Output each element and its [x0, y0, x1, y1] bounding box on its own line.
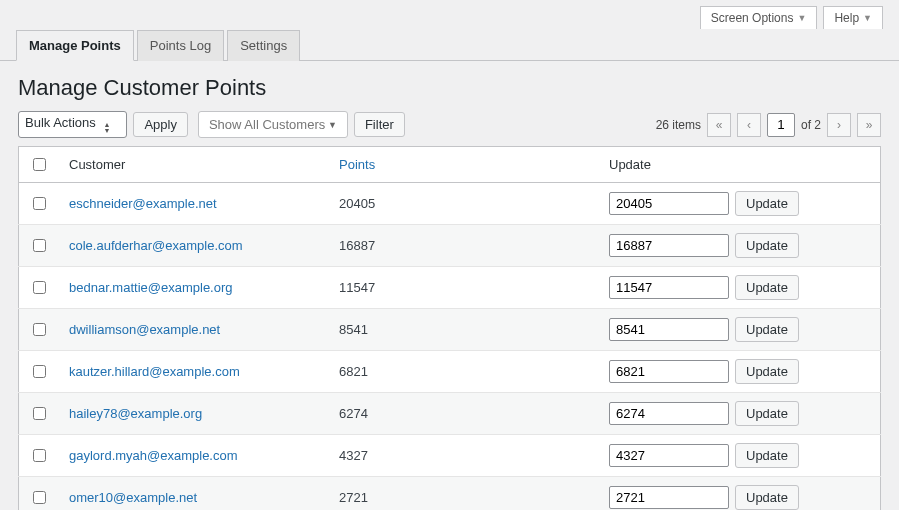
customer-link[interactable]: eschneider@example.net [69, 196, 217, 211]
update-button[interactable]: Update [735, 317, 799, 342]
customer-filter-label: Show All Customers [209, 117, 325, 132]
page-title: Manage Customer Points [0, 61, 899, 111]
select-all-checkbox[interactable] [33, 158, 46, 171]
points-value: 11547 [329, 267, 599, 309]
row-checkbox[interactable] [33, 323, 46, 336]
help-label: Help [834, 11, 859, 25]
tab-points-log[interactable]: Points Log [137, 30, 224, 61]
apply-button[interactable]: Apply [133, 112, 188, 137]
screen-options-button[interactable]: Screen Options ▼ [700, 6, 818, 29]
bulk-actions-label: Bulk Actions [25, 115, 96, 130]
table-row: hailey78@example.org6274Update [19, 393, 881, 435]
current-page-input[interactable] [767, 113, 795, 137]
help-button[interactable]: Help ▼ [823, 6, 883, 29]
points-input[interactable] [609, 486, 729, 509]
points-input[interactable] [609, 318, 729, 341]
customer-link[interactable]: cole.aufderhar@example.com [69, 238, 243, 253]
table-row: eschneider@example.net20405Update [19, 183, 881, 225]
next-page-button[interactable]: › [827, 113, 851, 137]
points-value: 6821 [329, 351, 599, 393]
points-input[interactable] [609, 402, 729, 425]
points-input[interactable] [609, 234, 729, 257]
chevron-down-icon: ▼ [863, 13, 872, 23]
update-button[interactable]: Update [735, 275, 799, 300]
column-header-points[interactable]: Points [339, 157, 375, 172]
update-button[interactable]: Update [735, 485, 799, 510]
column-header-customer[interactable]: Customer [59, 147, 329, 183]
row-checkbox[interactable] [33, 491, 46, 504]
points-value: 2721 [329, 477, 599, 511]
row-checkbox[interactable] [33, 239, 46, 252]
items-count: 26 items [656, 118, 701, 132]
customer-link[interactable]: kautzer.hillard@example.com [69, 364, 240, 379]
points-value: 8541 [329, 309, 599, 351]
customer-link[interactable]: gaylord.myah@example.com [69, 448, 238, 463]
column-header-update: Update [599, 147, 881, 183]
update-button[interactable]: Update [735, 443, 799, 468]
customer-link[interactable]: hailey78@example.org [69, 406, 202, 421]
customer-link[interactable]: bednar.mattie@example.org [69, 280, 233, 295]
row-checkbox[interactable] [33, 197, 46, 210]
update-button[interactable]: Update [735, 359, 799, 384]
customer-filter-select[interactable]: Show All Customers ▼ [198, 111, 348, 138]
table-row: dwilliamson@example.net8541Update [19, 309, 881, 351]
points-value: 20405 [329, 183, 599, 225]
chevron-down-icon: ▼ [328, 120, 337, 130]
tab-manage-points[interactable]: Manage Points [16, 30, 134, 61]
page-of-text: of 2 [801, 118, 821, 132]
table-row: omer10@example.net2721Update [19, 477, 881, 511]
screen-options-label: Screen Options [711, 11, 794, 25]
table-row: kautzer.hillard@example.com6821Update [19, 351, 881, 393]
last-page-button[interactable]: » [857, 113, 881, 137]
row-checkbox[interactable] [33, 281, 46, 294]
table-row: cole.aufderhar@example.com16887Update [19, 225, 881, 267]
row-checkbox[interactable] [33, 365, 46, 378]
update-button[interactable]: Update [735, 233, 799, 258]
table-row: bednar.mattie@example.org11547Update [19, 267, 881, 309]
bulk-actions-select[interactable]: Bulk Actions ▲▼ [18, 111, 127, 138]
points-value: 16887 [329, 225, 599, 267]
tab-settings[interactable]: Settings [227, 30, 300, 61]
points-input[interactable] [609, 276, 729, 299]
customer-link[interactable]: dwilliamson@example.net [69, 322, 220, 337]
row-checkbox[interactable] [33, 407, 46, 420]
row-checkbox[interactable] [33, 449, 46, 462]
table-row: gaylord.myah@example.com4327Update [19, 435, 881, 477]
chevron-down-icon: ▼ [797, 13, 806, 23]
points-input[interactable] [609, 444, 729, 467]
prev-page-button[interactable]: ‹ [737, 113, 761, 137]
update-button[interactable]: Update [735, 401, 799, 426]
points-value: 6274 [329, 393, 599, 435]
update-button[interactable]: Update [735, 191, 799, 216]
points-value: 4327 [329, 435, 599, 477]
points-input[interactable] [609, 192, 729, 215]
first-page-button[interactable]: « [707, 113, 731, 137]
filter-button[interactable]: Filter [354, 112, 405, 137]
customer-link[interactable]: omer10@example.net [69, 490, 197, 505]
select-sort-icon: ▲▼ [103, 122, 110, 134]
points-input[interactable] [609, 360, 729, 383]
